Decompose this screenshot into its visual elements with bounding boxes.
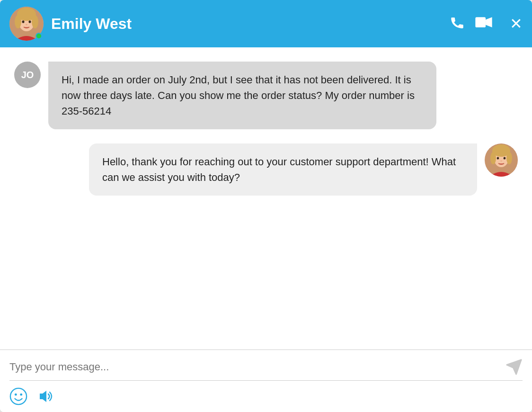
svg-marker-23: [40, 391, 46, 402]
message-text: Hello, thank you for reaching out to you…: [102, 156, 456, 183]
svg-point-15: [490, 152, 496, 164]
audio-button[interactable]: [37, 388, 54, 405]
emoji-icon: [9, 387, 27, 405]
svg-point-22: [20, 394, 22, 396]
svg-point-8: [26, 24, 27, 25]
message-row: JO Hi, I made an order on July 2nd, but …: [14, 62, 518, 129]
emoji-button[interactable]: [9, 387, 27, 405]
message-input[interactable]: [9, 361, 505, 373]
toolbar-row: [9, 381, 523, 412]
chat-header: Emily West ✕: [0, 0, 532, 47]
send-button[interactable]: [505, 358, 523, 376]
svg-point-4: [15, 15, 21, 28]
contact-name: Emily West: [51, 15, 442, 33]
agent-avatar: [485, 143, 518, 177]
header-actions: [449, 14, 493, 34]
svg-point-7: [29, 20, 31, 23]
svg-point-20: [10, 388, 27, 404]
svg-point-18: [504, 157, 506, 159]
svg-point-6: [22, 20, 25, 23]
audio-icon: [37, 388, 54, 405]
svg-marker-10: [486, 17, 492, 27]
close-button[interactable]: ✕: [510, 16, 523, 31]
input-row: [9, 350, 523, 381]
message-row: Hello, thank you for reaching out to you…: [14, 143, 518, 196]
message-bubble-outgoing: Hello, thank you for reaching out to you…: [89, 143, 477, 196]
sender-avatar: JO: [14, 62, 41, 88]
messages-area: JO Hi, I made an order on July 2nd, but …: [0, 47, 532, 349]
send-icon: [505, 358, 523, 376]
phone-icon[interactable]: [449, 14, 465, 34]
svg-rect-9: [475, 17, 486, 27]
video-icon[interactable]: [475, 14, 493, 34]
svg-point-16: [506, 152, 512, 164]
header-avatar-wrapper: [9, 7, 44, 41]
online-indicator: [35, 33, 42, 39]
message-text: Hi, I made an order on July 2nd, but I s…: [62, 74, 415, 117]
svg-point-5: [32, 15, 38, 28]
svg-point-17: [497, 157, 499, 159]
svg-point-19: [500, 161, 502, 161]
svg-point-21: [15, 394, 17, 396]
message-bubble-incoming: Hi, I made an order on July 2nd, but I s…: [48, 62, 436, 129]
chat-window: Emily West ✕ JO Hi, I made an o: [0, 0, 532, 412]
input-area: [0, 349, 532, 412]
